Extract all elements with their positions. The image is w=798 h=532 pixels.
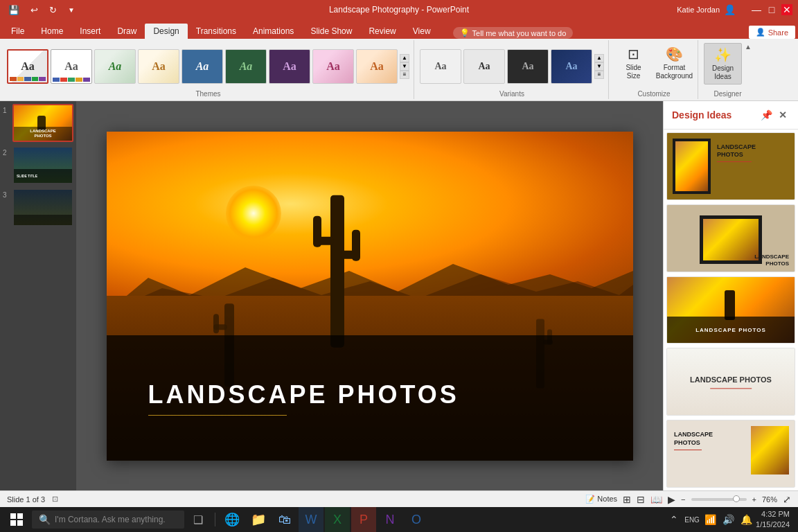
undo-icon[interactable]: ↩ (28, 3, 41, 17)
language-icon[interactable]: ENG (684, 510, 700, 529)
task-view-button[interactable]: ❑ (186, 507, 211, 532)
tab-design[interactable]: Design (145, 24, 187, 39)
theme-integral[interactable]: Aa (138, 49, 179, 84)
theme-scroll-down[interactable]: ▼ (400, 62, 409, 71)
canvas-area[interactable]: LANDSCAPE PHOTOS (76, 101, 663, 490)
notification-icon[interactable]: 🔔 (738, 510, 754, 529)
theme-scroll-up[interactable]: ▲ (400, 54, 409, 62)
panel-pin-button[interactable]: 📌 (759, 108, 773, 122)
cactus-main (306, 181, 369, 362)
onenote-icon[interactable]: N (378, 507, 402, 532)
qat: 💾 ↩ ↻ ▼ (6, 3, 78, 17)
design-idea-4[interactable]: LANDSCAPE PHOTOS (666, 348, 795, 416)
slide-title-decoration (148, 415, 287, 416)
tell-me-label: Tell me what you want to do (472, 29, 567, 37)
format-background-button[interactable]: 🎨 FormatBackground (655, 43, 693, 83)
start-button[interactable] (3, 507, 30, 532)
tell-me-input[interactable]: 💡 Tell me what you want to do (453, 27, 574, 39)
minimize-button[interactable]: — (751, 4, 762, 15)
tab-slideshow[interactable]: Slide Show (302, 24, 360, 39)
zoom-thumb[interactable] (733, 495, 740, 502)
reading-view-icon[interactable]: 📖 (650, 494, 662, 505)
network-icon[interactable]: 📶 (702, 510, 718, 529)
slide-num-1: 1 (3, 107, 10, 114)
slide-title-overlay[interactable]: LANDSCAPE PHOTOS (107, 335, 633, 461)
variant-2[interactable]: Aa (463, 49, 505, 84)
slide-sorter-icon[interactable]: ⊟ (637, 494, 645, 505)
theme-facet[interactable]: Aa (94, 49, 136, 84)
variant-1[interactable]: Aa (420, 49, 461, 84)
variant-3[interactable]: Aa (507, 49, 549, 84)
normal-view-icon[interactable]: ⊞ (623, 494, 631, 505)
ribbon-tabs: File Home Insert Draw Design Transitions… (0, 19, 798, 39)
volume-icon[interactable]: 🔊 (720, 510, 736, 529)
tab-home[interactable]: Home (33, 24, 71, 39)
cortana-placeholder: I'm Cortana. Ask me anything. (55, 515, 166, 524)
zoom-percent[interactable]: 76% (762, 495, 777, 504)
share-button[interactable]: 👤 Share (749, 26, 795, 39)
zoom-slider[interactable] (691, 498, 747, 501)
theme-ion[interactable]: Aa (181, 49, 223, 84)
theme-more[interactable]: ≡ (400, 71, 409, 79)
redo-icon[interactable]: ↻ (46, 3, 60, 17)
theme-organic[interactable]: Aa (312, 49, 354, 84)
design-idea-2[interactable]: LANDSCAPEPHOTOS (666, 204, 795, 272)
tab-insert[interactable]: Insert (71, 24, 109, 39)
slide-size-button[interactable]: ⊡ SlideSize (614, 43, 653, 83)
variant-scroll-up[interactable]: ▲ (594, 54, 604, 62)
design-idea-1[interactable]: LANDSCAPEPHOTOS (666, 132, 795, 200)
tab-animations[interactable]: Animations (245, 24, 302, 39)
slide-thumb-1[interactable]: 1 LANDSCAPEPHOTOS (3, 104, 73, 142)
design-ideas-button[interactable]: ✨ DesignIdeas (704, 43, 742, 85)
outlook-icon[interactable]: O (404, 507, 429, 532)
file-explorer-icon[interactable]: 📁 (246, 507, 271, 532)
variant-scroll-down[interactable]: ▼ (594, 62, 604, 71)
clock[interactable]: 4:32 PM 1/15/2024 (756, 509, 790, 531)
theme-scroll[interactable]: ▲ ▼ ≡ (400, 53, 409, 80)
zoom-plus-button[interactable]: + (752, 495, 756, 504)
excel-icon[interactable]: X (325, 507, 350, 532)
slide-thumb-3[interactable]: 3 (3, 188, 73, 227)
main-slide[interactable]: LANDSCAPE PHOTOS (107, 132, 633, 461)
customize-qat-icon[interactable]: ▼ (65, 5, 78, 15)
theme-office-active[interactable]: Aa (7, 49, 48, 84)
maximize-button[interactable]: □ (766, 4, 777, 15)
slide-thumb-2-content[interactable]: SLIDE TITLE (12, 146, 73, 184)
slide-main-title[interactable]: LANDSCAPE PHOTOS (148, 380, 459, 409)
fit-slide-icon[interactable]: ⤢ (783, 494, 791, 505)
close-button[interactable]: ✕ (781, 4, 792, 15)
edge-icon[interactable]: 🌐 (220, 507, 245, 532)
save-icon[interactable]: 💾 (6, 3, 22, 17)
tab-view[interactable]: View (405, 24, 439, 39)
design-idea-3[interactable]: LANDSCAPE PHOTOS (666, 276, 795, 344)
theme-ion-boardroom[interactable]: Aa (225, 49, 267, 84)
word-icon[interactable]: W (299, 507, 323, 532)
themes-label: Themes (195, 90, 220, 99)
customize-group: ⊡ SlideSize 🎨 FormatBackground Customize (610, 40, 698, 99)
slide-thumb-2[interactable]: 2 SLIDE TITLE (3, 146, 73, 184)
variant-more[interactable]: ≡ (594, 71, 604, 79)
tab-draw[interactable]: Draw (109, 24, 145, 39)
theme-2[interactable]: Aa (51, 49, 92, 84)
slide-thumb-3-content[interactable] (12, 188, 73, 227)
notes-button[interactable]: 📝 Notes (585, 495, 617, 504)
powerpoint-icon[interactable]: P (351, 507, 376, 532)
zoom-minus-button[interactable]: − (681, 495, 685, 504)
tab-transitions[interactable]: Transitions (188, 24, 245, 39)
slide-size-icon: ⊡ (628, 46, 639, 62)
design-idea-5[interactable]: LANDSCAPEPHOTOS (666, 420, 795, 488)
slideshow-icon[interactable]: ▶ (668, 494, 675, 505)
tab-file[interactable]: File (3, 24, 33, 39)
chevron-up-icon[interactable]: ⌃ (666, 510, 682, 529)
theme-metropolitan[interactable]: Aa (269, 49, 310, 84)
tab-review[interactable]: Review (360, 24, 404, 39)
sun-layer (226, 186, 281, 241)
windows-store-icon[interactable]: 🛍 (272, 507, 297, 532)
designer-collapse-button[interactable]: ▲ (745, 43, 752, 51)
variant-4[interactable]: Aa (551, 49, 592, 84)
variant-scroll[interactable]: ▲ ▼ ≡ (594, 53, 604, 80)
panel-close-button[interactable]: ✕ (776, 108, 790, 122)
theme-retrospect[interactable]: Aa (356, 49, 398, 84)
cortana-search[interactable]: 🔍 I'm Cortana. Ask me anything. (32, 511, 184, 529)
slide-thumb-1-content[interactable]: LANDSCAPEPHOTOS (12, 104, 73, 142)
